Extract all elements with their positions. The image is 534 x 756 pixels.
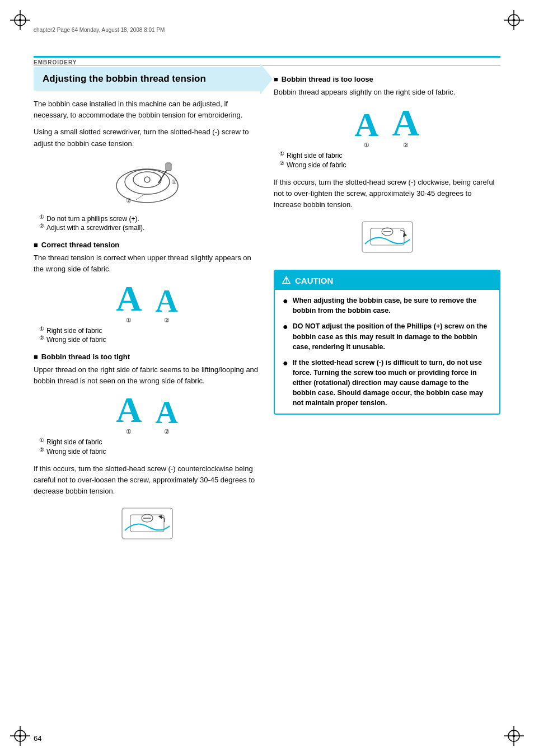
meta-bar: chapter2 Page 64 Monday, August 18, 2008…: [34, 27, 165, 33]
left-column: Adjusting the bobbin thread tension The …: [34, 67, 260, 722]
svg-rect-29: [362, 222, 413, 252]
too-tight-letters: A ① A ②: [34, 392, 260, 435]
bobbin-case-diagram: ① ②: [34, 155, 260, 211]
svg-text:①: ①: [171, 179, 177, 185]
caution-box: ⚠ CAUTION ● When adjusting the bobbin ca…: [274, 270, 500, 415]
callout-item-2: ② Adjust with a screwdriver (small).: [39, 223, 260, 233]
caution-title: CAUTION: [295, 276, 333, 285]
loose-letter-a1: A: [354, 108, 378, 142]
intro-para-2: Using a small slotted screwdriver, turn …: [34, 126, 260, 149]
corner-mark-tl: [10, 10, 30, 30]
corner-mark-bl: [10, 726, 30, 746]
svg-rect-21: [166, 163, 171, 171]
too-tight-heading: Bobbin thread is too tight: [34, 353, 260, 361]
correct-tension-labels: ①Right side of fabric ②Wrong side of fab…: [39, 326, 260, 345]
tight-letter-a1: A: [116, 392, 142, 428]
svg-point-18: [133, 172, 161, 187]
correct-tension-letters: A ① A ②: [34, 281, 260, 324]
intro-para-1: The bobbin case installed in this machin…: [34, 98, 260, 121]
caution-body: ● When adjusting the bobbin case, be sur…: [275, 290, 499, 414]
too-loose-action: If this occurs, turn the slotted-head sc…: [274, 177, 500, 210]
tight-letter-a2: A: [155, 397, 177, 428]
corner-mark-br: [504, 726, 524, 746]
svg-text:②: ②: [126, 197, 132, 204]
caution-item-1: ● When adjusting the bobbin case, be sur…: [283, 295, 491, 316]
section-title-box: Adjusting the bobbin thread tension: [34, 67, 260, 91]
svg-rect-30: [371, 228, 404, 245]
letter-a-wrong-side: A: [155, 285, 177, 317]
correct-tension-heading: Correct thread tension: [34, 241, 260, 249]
bobbin-callout-list: ① Do not turn a phillips screw (+). ② Ad…: [39, 214, 260, 233]
screw-diagram-tight: [34, 503, 260, 547]
too-loose-letters: A ① A ②: [274, 104, 500, 149]
loose-letter-a2: A: [392, 104, 420, 142]
too-loose-heading: Bobbin thread is too loose: [274, 75, 500, 83]
svg-rect-25: [122, 508, 172, 539]
too-loose-labels: ①Right side of fabric ②Wrong side of fab…: [279, 151, 500, 170]
caution-icon: ⚠: [282, 274, 291, 287]
meta-text: chapter2 Page 64 Monday, August 18, 2008…: [34, 27, 165, 33]
caution-item-2: ● DO NOT adjust the position of the Phil…: [283, 321, 491, 351]
screw-diagram-loose: [274, 216, 500, 261]
too-loose-desc: Bobbin thread appears slightly on the ri…: [274, 87, 500, 98]
caution-header: ⚠ CAUTION: [275, 271, 499, 290]
svg-point-19: [144, 177, 150, 182]
correct-tension-desc: The thread tension is correct when upper…: [34, 252, 260, 275]
top-rule: [34, 56, 500, 58]
right-column: Bobbin thread is too loose Bobbin thread…: [274, 67, 500, 722]
section-category: EMBROIDERY: [34, 59, 77, 65]
caution-text-3: If the slotted-head screw (-) is difficu…: [293, 358, 491, 408]
svg-point-3: [20, 20, 21, 21]
letter-a-right-side: A: [116, 281, 142, 317]
svg-line-24: [136, 194, 144, 200]
svg-point-15: [513, 735, 515, 737]
svg-point-17: [125, 170, 170, 194]
svg-point-7: [513, 20, 515, 21]
caution-text-1: When adjusting the bobbin case, be sure …: [293, 295, 491, 316]
corner-mark-tr: [504, 10, 524, 30]
caution-item-3: ● If the slotted-head screw (-) is diffi…: [283, 358, 491, 408]
too-tight-desc: Upper thread on the right side of fabric…: [34, 364, 260, 387]
main-content: Adjusting the bobbin thread tension The …: [34, 67, 500, 722]
caution-text-2: DO NOT adjust the position of the Philli…: [293, 321, 491, 351]
svg-point-11: [20, 735, 21, 737]
too-tight-labels: ①Right side of fabric ②Wrong side of fab…: [39, 438, 260, 457]
svg-rect-26: [130, 515, 164, 532]
page-number: 64: [34, 734, 41, 743]
callout-item-1: ① Do not turn a phillips screw (+).: [39, 214, 260, 224]
page-title: Adjusting the bobbin thread tension: [43, 73, 251, 85]
too-tight-action: If this occurs, turn the slotted-head sc…: [34, 463, 260, 497]
